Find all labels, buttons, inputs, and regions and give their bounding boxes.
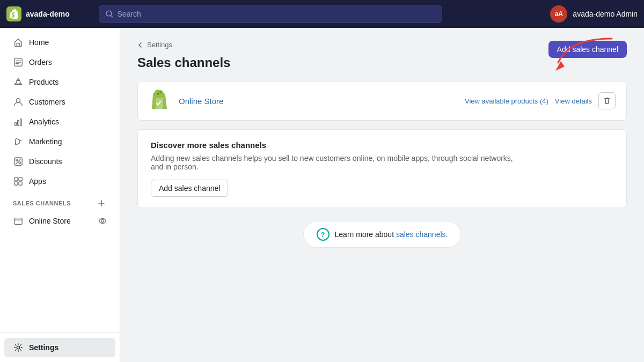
sidebar-item-marketing[interactable]: Marketing xyxy=(4,132,115,151)
svg-rect-5 xyxy=(18,120,19,125)
sidebar-nav: Home Orders Products Customers xyxy=(0,28,120,333)
breadcrumb-label: Settings xyxy=(147,41,172,49)
svg-point-8 xyxy=(19,162,21,164)
online-store-icon xyxy=(13,216,24,226)
back-icon xyxy=(137,42,144,48)
discover-title: Discover more sales channels xyxy=(151,141,613,150)
search-input[interactable] xyxy=(118,10,435,18)
sidebar-item-label: Marketing xyxy=(29,137,62,146)
online-store-name[interactable]: Online Store xyxy=(179,97,456,106)
user-name: avada-demo Admin xyxy=(573,10,638,18)
section-title: SALES CHANNELS xyxy=(13,200,71,206)
search-icon xyxy=(106,10,113,18)
sidebar-item-label: Home xyxy=(29,38,49,47)
shopify-bag-icon xyxy=(149,90,170,112)
top-navigation: avada-demo aA avada-demo Admin xyxy=(0,0,644,28)
brand-logo[interactable]: avada-demo xyxy=(6,6,92,21)
discover-description: Adding new sales channels helps you sell… xyxy=(151,154,516,171)
sidebar-item-online-store[interactable]: Online Store xyxy=(4,211,115,231)
orders-icon xyxy=(13,57,24,68)
view-details-link[interactable]: View details xyxy=(555,97,592,105)
brand-name: avada-demo xyxy=(26,10,70,18)
sidebar-item-analytics[interactable]: Analytics xyxy=(4,112,115,131)
sidebar-item-customers[interactable]: Customers xyxy=(4,92,115,112)
sidebar-item-label: Orders xyxy=(29,58,52,67)
svg-point-7 xyxy=(16,159,18,161)
trash-icon xyxy=(603,97,611,105)
view-products-link[interactable]: View available products (4) xyxy=(465,97,548,105)
svg-rect-12 xyxy=(14,182,18,185)
online-store-card-inner: Online Store View available products (4)… xyxy=(138,82,626,120)
main-content: Add sales channel Settings Sales channel… xyxy=(120,28,644,362)
sidebar-item-settings[interactable]: Settings xyxy=(4,338,115,357)
delete-channel-button[interactable] xyxy=(598,92,616,109)
sidebar: Home Orders Products Customers xyxy=(0,28,120,362)
home-icon xyxy=(13,37,24,48)
sidebar-item-products[interactable]: Products xyxy=(4,72,115,92)
svg-rect-14 xyxy=(14,218,22,225)
sidebar-footer: Settings xyxy=(0,333,120,362)
sidebar-item-discounts[interactable]: Discounts xyxy=(4,152,115,171)
sidebar-item-home[interactable]: Home xyxy=(4,33,115,52)
svg-point-15 xyxy=(101,220,104,223)
discounts-icon xyxy=(13,156,24,167)
sidebar-item-orders[interactable]: Orders xyxy=(4,53,115,72)
avatar: aA xyxy=(550,5,567,23)
apps-icon xyxy=(13,176,24,187)
customers-icon xyxy=(13,97,24,107)
online-store-card: Online Store View available products (4)… xyxy=(137,81,627,121)
svg-rect-11 xyxy=(19,178,22,181)
svg-rect-6 xyxy=(20,119,22,126)
sidebar-item-apps[interactable]: Apps xyxy=(4,172,115,191)
learn-more-link[interactable]: sales channels. xyxy=(396,230,448,239)
question-icon: ? xyxy=(317,228,330,241)
svg-point-3 xyxy=(16,99,20,102)
eye-icon xyxy=(98,217,107,225)
sidebar-item-label: Online Store xyxy=(29,217,71,225)
analytics-icon xyxy=(13,116,24,127)
main-layout: Home Orders Products Customers xyxy=(0,28,644,362)
add-sales-channel-secondary-button[interactable]: Add sales channel xyxy=(151,180,228,197)
svg-rect-4 xyxy=(15,122,17,125)
user-area[interactable]: aA avada-demo Admin xyxy=(550,5,638,23)
svg-point-16 xyxy=(17,346,19,349)
sales-channels-section-header: SALES CHANNELS xyxy=(4,191,115,211)
products-icon xyxy=(13,77,24,87)
marketing-icon xyxy=(13,136,24,147)
add-sales-channel-button[interactable]: Add sales channel xyxy=(548,41,627,58)
card-actions: View available products (4) View details xyxy=(465,92,616,109)
add-sales-channel-icon[interactable] xyxy=(96,198,107,209)
sidebar-item-label: Settings xyxy=(29,343,58,352)
discover-card: Discover more sales channels Adding new … xyxy=(137,129,627,208)
search-bar[interactable] xyxy=(99,5,442,23)
sidebar-item-label: Discounts xyxy=(29,157,62,166)
settings-icon xyxy=(13,342,24,353)
shopify-icon xyxy=(6,6,21,21)
sidebar-item-label: Apps xyxy=(29,177,46,186)
sidebar-item-label: Customers xyxy=(29,98,65,106)
sidebar-item-label: Products xyxy=(29,78,58,86)
svg-rect-13 xyxy=(19,182,22,185)
svg-rect-10 xyxy=(14,178,18,181)
learn-more-pill: ? Learn more about sales channels. xyxy=(303,221,462,248)
learn-more-text: Learn more about sales channels. xyxy=(335,230,448,239)
sidebar-item-label: Analytics xyxy=(29,117,59,126)
learn-more-section: ? Learn more about sales channels. xyxy=(137,221,627,248)
